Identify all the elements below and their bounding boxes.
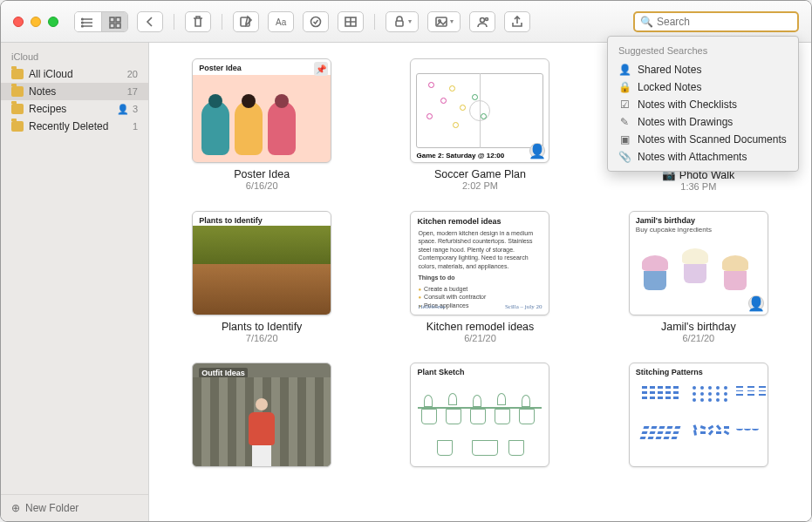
note-card[interactable]: Stitching Patterns xyxy=(607,363,790,467)
note-title: Plants to Identify xyxy=(222,321,302,333)
svg-rect-16 xyxy=(396,21,403,26)
svg-point-5 xyxy=(82,25,84,27)
suggestions-header: Suggested Searches xyxy=(608,42,798,61)
folder-icon xyxy=(11,121,24,132)
sidebar-item-notes[interactable]: Notes17 xyxy=(1,83,148,100)
note-card[interactable]: Poster Idea 📌 Poster Idea 6/16/20 xyxy=(170,58,353,192)
svg-point-3 xyxy=(82,18,84,20)
svg-text:Aa: Aa xyxy=(276,17,287,27)
new-folder-button[interactable]: ⊕New Folder xyxy=(1,494,148,521)
titlebar: Aa ▾ ▾ 🔍 Suggested Searches 👤Shared Note… xyxy=(1,1,811,43)
new-note-button[interactable] xyxy=(233,11,259,32)
note-thumbnail: Plants to Identify xyxy=(192,211,331,315)
list-view-button[interactable] xyxy=(75,12,101,32)
note-thumbnail: Stitching Patterns xyxy=(629,363,768,467)
note-date: 6/16/20 xyxy=(246,180,278,191)
note-date: 7/16/20 xyxy=(246,333,278,343)
note-date: 6/21/20 xyxy=(464,333,496,343)
note-card[interactable]: Jamil's birthday Buy cupcake ingredients… xyxy=(607,211,790,343)
pin-icon: 📌 xyxy=(314,62,328,76)
attachment-icon: 📎 xyxy=(618,151,631,163)
suggestion-scanned[interactable]: ▣Notes with Scanned Documents xyxy=(608,131,798,148)
svg-rect-8 xyxy=(110,24,114,28)
note-thumbnail: Plant Sketch xyxy=(410,363,549,467)
note-title: Kitchen remodel ideas xyxy=(426,321,535,333)
sidebar-item-all-icloud[interactable]: All iCloud20 xyxy=(1,65,148,83)
note-title: Jamil's birthday xyxy=(661,321,736,333)
media-button[interactable]: ▾ xyxy=(427,11,461,32)
sidebar-item-recently-deleted[interactable]: Recently Deleted1 xyxy=(1,118,148,135)
note-thumbnail: Game 2: Saturday @ 12:00 👤 xyxy=(410,58,549,163)
sidebar: iCloud All iCloud20 Notes17 Recipes👤3 Re… xyxy=(1,43,149,521)
note-thumbnail: Poster Idea 📌 xyxy=(192,58,331,163)
suggestion-checklists[interactable]: ☑︎Notes with Checklists xyxy=(608,96,798,113)
svg-point-19 xyxy=(481,17,485,22)
minimize-window-button[interactable] xyxy=(31,17,41,27)
shared-badge-icon: 👤 xyxy=(748,295,764,311)
note-title: Poster Idea xyxy=(234,168,290,180)
close-window-button[interactable] xyxy=(13,17,24,27)
note-thumbnail: Kitchen remodel ideas Open, modern kitch… xyxy=(410,211,549,315)
suggestion-drawings[interactable]: ✎Notes with Drawings xyxy=(608,113,798,131)
suggestion-attachments[interactable]: 📎Notes with Attachments xyxy=(608,148,798,166)
fullscreen-window-button[interactable] xyxy=(48,17,58,27)
lock-button[interactable]: ▾ xyxy=(386,11,419,32)
scan-icon: ▣ xyxy=(618,133,631,146)
suggestion-locked-notes[interactable]: 🔒Locked Notes xyxy=(608,78,798,96)
svg-point-12 xyxy=(311,17,321,26)
search-icon: 🔍 xyxy=(640,16,653,28)
note-card[interactable]: Kitchen remodel ideas Open, modern kitch… xyxy=(388,211,571,343)
note-card[interactable]: Outfit Ideas xyxy=(170,363,353,467)
note-thumbnail: Outfit Ideas xyxy=(192,363,331,467)
sidebar-section-icloud: iCloud xyxy=(1,48,148,65)
sidebar-item-recipes[interactable]: Recipes👤3 xyxy=(1,100,148,118)
note-date: 2:02 PM xyxy=(462,180,498,191)
toolbar: Aa ▾ ▾ 🔍 Suggested Searches 👤Shared Note… xyxy=(74,11,799,32)
note-thumbnail: Jamil's birthday Buy cupcake ingredients… xyxy=(629,211,768,315)
note-date: 1:36 PM xyxy=(680,181,716,192)
drawing-icon: ✎ xyxy=(618,116,631,128)
table-button[interactable] xyxy=(338,11,364,32)
svg-point-4 xyxy=(82,22,84,24)
shared-badge-icon: 👤 xyxy=(529,143,545,159)
checklist-icon: ☑︎ xyxy=(618,98,631,111)
note-card[interactable]: Game 2: Saturday @ 12:00 👤 Soccer Game P… xyxy=(388,58,571,192)
note-title: Soccer Game Plan xyxy=(434,168,526,180)
folder-icon xyxy=(11,69,24,79)
search-input[interactable] xyxy=(657,16,792,28)
collaborate-button[interactable] xyxy=(469,11,495,32)
back-button[interactable] xyxy=(137,11,163,32)
window-controls xyxy=(13,17,58,27)
svg-rect-9 xyxy=(116,24,120,28)
note-date: 6/21/20 xyxy=(682,333,714,343)
folder-icon xyxy=(11,86,24,97)
share-button[interactable] xyxy=(504,11,530,32)
folder-icon xyxy=(11,104,24,114)
note-card[interactable]: Plants to Identify Plants to Identify 7/… xyxy=(170,211,353,343)
shared-icon: 👤 xyxy=(618,64,631,76)
svg-point-20 xyxy=(486,17,488,20)
search-suggestions-popover: Suggested Searches 👤Shared Notes 🔒Locked… xyxy=(607,36,799,172)
notes-window: Aa ▾ ▾ 🔍 Suggested Searches 👤Shared Note… xyxy=(0,0,812,522)
svg-rect-7 xyxy=(116,17,120,22)
search-field[interactable]: 🔍 xyxy=(633,11,799,32)
delete-button[interactable] xyxy=(185,11,211,32)
lock-icon: 🔒 xyxy=(618,81,631,93)
plus-icon: ⊕ xyxy=(11,502,20,514)
checklist-button[interactable] xyxy=(303,11,329,32)
format-button[interactable]: Aa xyxy=(268,11,294,32)
shared-icon: 👤 xyxy=(117,104,129,114)
note-card[interactable]: Plant Sketch xyxy=(388,363,571,467)
svg-rect-6 xyxy=(110,17,114,22)
svg-rect-10 xyxy=(241,17,249,26)
gallery-view-button[interactable] xyxy=(101,12,127,32)
suggestion-shared-notes[interactable]: 👤Shared Notes xyxy=(608,61,798,78)
